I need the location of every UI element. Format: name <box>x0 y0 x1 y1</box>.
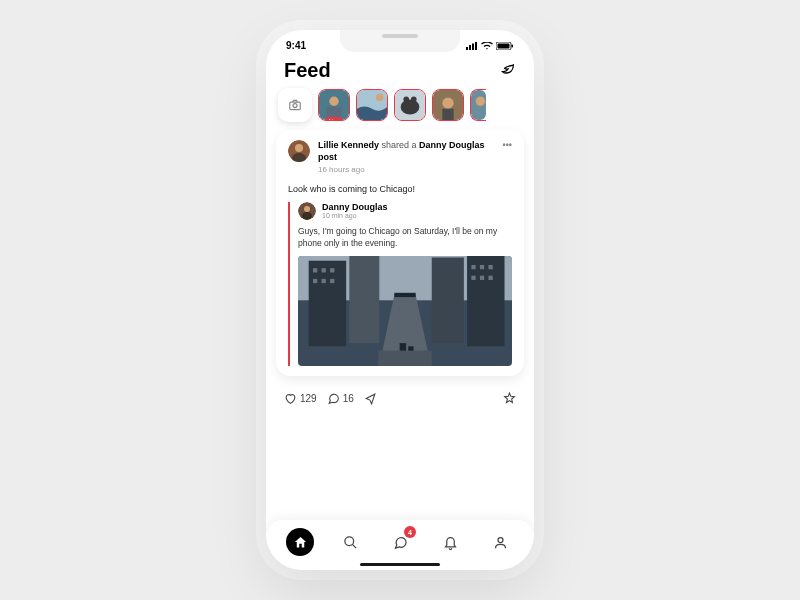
svg-rect-43 <box>471 265 475 269</box>
like-button[interactable]: 129 <box>284 392 317 405</box>
bookmark-button[interactable] <box>503 392 516 405</box>
quoted-timestamp: 10 min ago <box>322 212 388 219</box>
svg-point-53 <box>498 537 503 542</box>
quoted-avatar[interactable] <box>298 202 316 220</box>
notch <box>340 30 460 52</box>
svg-rect-33 <box>432 257 464 343</box>
svg-rect-38 <box>322 268 326 272</box>
svg-point-15 <box>401 99 420 114</box>
svg-rect-48 <box>488 275 492 279</box>
svg-rect-45 <box>488 265 492 269</box>
quoted-text: Guys, I'm going to Chicago on Saturday, … <box>298 226 512 250</box>
nav-home[interactable] <box>286 528 314 556</box>
svg-rect-32 <box>349 256 379 343</box>
svg-rect-1 <box>469 45 471 50</box>
svg-rect-20 <box>442 109 453 120</box>
svg-rect-34 <box>467 256 504 346</box>
post-actions: 129 16 <box>266 384 534 409</box>
post-image[interactable] <box>298 256 512 366</box>
svg-point-10 <box>329 97 338 106</box>
svg-rect-42 <box>330 278 334 282</box>
svg-point-17 <box>411 97 417 103</box>
nav-chat[interactable]: 4 <box>386 528 414 556</box>
status-indicators <box>466 42 514 50</box>
live-badge: Live <box>325 117 343 121</box>
quoted-author[interactable]: Danny Douglas <box>322 202 388 212</box>
svg-point-52 <box>344 536 353 545</box>
stories-row[interactable]: Live <box>266 88 534 130</box>
quoted-post[interactable]: Danny Douglas 10 min ago Guys, I'm going… <box>288 202 512 366</box>
svg-point-16 <box>403 97 409 103</box>
svg-rect-5 <box>498 43 510 48</box>
svg-rect-51 <box>378 350 432 365</box>
chat-badge: 4 <box>404 526 416 538</box>
post-timestamp: 16 hours ago <box>318 165 495 175</box>
header: Feed <box>266 51 534 88</box>
story-item[interactable] <box>432 89 464 121</box>
svg-point-19 <box>442 98 453 109</box>
story-item[interactable]: Live <box>318 89 350 121</box>
status-time: 9:41 <box>286 40 306 51</box>
story-item[interactable] <box>356 89 388 121</box>
svg-rect-39 <box>330 268 334 272</box>
svg-point-27 <box>304 206 310 212</box>
shared-verb: shared a <box>382 140 417 150</box>
more-icon[interactable]: ••• <box>503 140 512 150</box>
story-item[interactable] <box>394 89 426 121</box>
svg-rect-6 <box>512 44 514 47</box>
post-card: Lillie Kennedy shared a Danny Douglas po… <box>276 130 524 376</box>
comment-button[interactable]: 16 <box>327 392 354 405</box>
svg-point-22 <box>476 97 485 106</box>
svg-rect-41 <box>322 278 326 282</box>
like-count: 129 <box>300 393 317 404</box>
svg-point-28 <box>302 212 312 220</box>
svg-point-24 <box>295 144 303 152</box>
svg-rect-0 <box>466 47 468 50</box>
page-title: Feed <box>284 59 331 82</box>
nav-notifications[interactable] <box>436 528 464 556</box>
compose-icon[interactable] <box>500 61 516 81</box>
home-indicator[interactable] <box>360 563 440 566</box>
story-item[interactable] <box>470 89 486 121</box>
svg-rect-36 <box>394 292 415 296</box>
svg-rect-44 <box>480 265 484 269</box>
nav-profile[interactable] <box>486 528 514 556</box>
svg-rect-46 <box>471 275 475 279</box>
author-avatar[interactable] <box>288 140 310 162</box>
comment-count: 16 <box>343 393 354 404</box>
svg-point-13 <box>376 94 384 102</box>
svg-rect-37 <box>313 268 317 272</box>
nav-search[interactable] <box>336 528 364 556</box>
svg-rect-40 <box>313 278 317 282</box>
svg-point-8 <box>293 104 297 108</box>
author-name[interactable]: Lillie Kennedy <box>318 140 379 150</box>
post-caption: Look who is coming to Chicago! <box>288 184 512 194</box>
phone-frame: 9:41 Feed Live <box>266 30 534 570</box>
post-header: Lillie Kennedy shared a Danny Douglas po… <box>288 140 512 176</box>
svg-rect-47 <box>480 275 484 279</box>
camera-button[interactable] <box>278 88 312 122</box>
svg-rect-31 <box>309 260 346 346</box>
svg-rect-2 <box>472 43 474 50</box>
share-button[interactable] <box>364 392 377 405</box>
svg-rect-3 <box>475 42 477 50</box>
